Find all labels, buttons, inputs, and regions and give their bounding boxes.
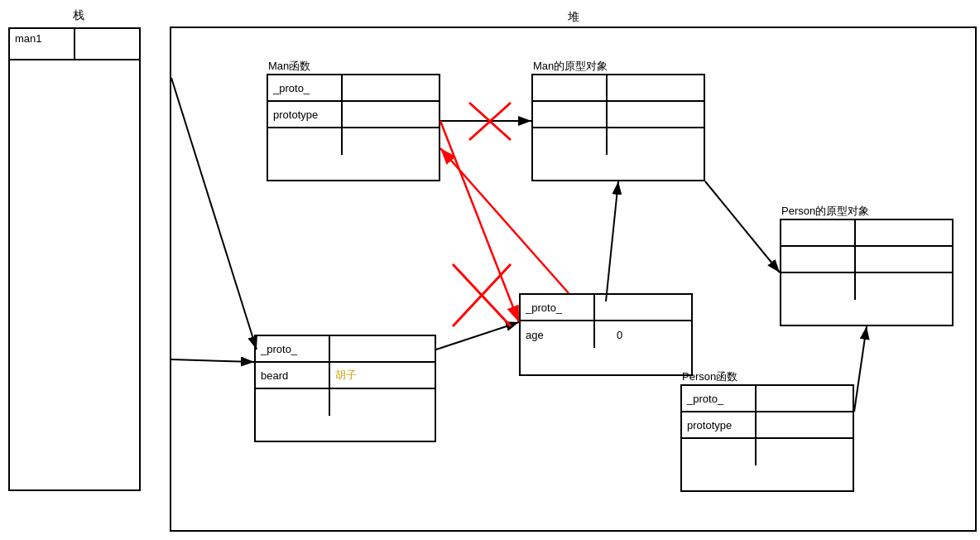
person-function-title: Person函数 <box>682 369 737 384</box>
man-proto-box: Man的原型对象 <box>531 74 705 181</box>
red-cross-1b <box>469 103 511 140</box>
man-proto-row1 <box>533 75 704 102</box>
man-inst-extra-row <box>256 389 435 416</box>
man-function-title: Man函数 <box>268 59 310 74</box>
man-func-prototype-row: prototype <box>268 102 439 128</box>
age-age-row: age 0 <box>521 321 691 348</box>
man-inst-proto-label: _proto_ <box>256 336 330 361</box>
person-func-prototype-label: prototype <box>682 412 757 437</box>
man-inst-beard-label: beard <box>256 363 330 388</box>
person-proto-row3-left <box>781 273 856 300</box>
man-proto-to-person-proto <box>705 181 780 272</box>
man1-diagonal-arrow <box>171 78 257 350</box>
person-proto-row3 <box>781 273 952 300</box>
man-inst-extra-right <box>330 389 421 416</box>
man-func-extra-row <box>268 128 439 155</box>
person-func-proto-value <box>757 386 848 411</box>
man1-to-instance-arrow <box>171 359 254 362</box>
age-age-label: age <box>521 321 595 348</box>
person-function-box: Person函数 _proto_ prototype <box>680 384 854 492</box>
man-func-extra-right <box>343 128 434 155</box>
heap-label: 堆 <box>568 10 579 25</box>
man-func-proto-value <box>343 75 434 100</box>
person-func-proto-row: _proto_ <box>682 386 853 412</box>
person-func-proto-label: _proto_ <box>682 386 757 411</box>
man-inst-beard-value: 胡子 <box>330 363 421 388</box>
person-proto-row2-left <box>781 247 856 272</box>
person-proto-title: Person的原型对象 <box>781 204 869 219</box>
person-proto-box: Person的原型对象 <box>780 219 954 326</box>
person-proto-row2-right <box>856 247 947 272</box>
person-proto-row2 <box>781 247 952 273</box>
man-proto-row2 <box>533 102 704 128</box>
age-proto-to-man-proto <box>606 181 618 301</box>
red-cross-2b <box>453 264 511 326</box>
person-func-extra-right <box>757 439 848 465</box>
stack-ref-cell <box>75 29 139 59</box>
instance-proto-to-age-arrow <box>436 322 519 350</box>
man-prototype-to-age-arrow <box>440 121 519 322</box>
age-age-value: 0 <box>595 321 686 348</box>
person-func-prototype-row: prototype <box>682 412 853 439</box>
age-value-text: 0 <box>617 329 622 341</box>
man-inst-beard-row: beard 胡子 <box>256 363 435 389</box>
person-proto-row1 <box>781 220 952 247</box>
man-inst-proto-value <box>330 336 421 361</box>
red-cross-1a <box>469 103 511 140</box>
man-proto-row1-left <box>533 75 608 100</box>
person-proto-row3-right <box>856 273 947 300</box>
age-proto-row: _proto_ <box>521 295 691 321</box>
person-func-prototype-to-person-proto <box>854 326 867 412</box>
man-instance-box: _proto_ beard 胡子 <box>254 335 436 442</box>
stack-row: man1 <box>10 29 139 60</box>
man-inst-extra-left <box>256 389 330 416</box>
man-func-proto-row: _proto_ <box>268 75 439 102</box>
man-proto-row3-left <box>533 128 608 155</box>
age-proto-label: _proto_ <box>521 295 595 320</box>
age-obj-box: _proto_ age 0 <box>519 293 693 376</box>
man-proto-row2-right <box>608 102 699 127</box>
man-proto-row2-left <box>533 102 608 127</box>
stack-label: 栈 <box>8 8 149 23</box>
person-func-prototype-value <box>757 412 848 437</box>
stack-box: man1 <box>8 27 141 491</box>
man-inst-proto-row: _proto_ <box>256 336 435 363</box>
man-func-prototype-label: prototype <box>268 102 343 127</box>
heap-panel: 堆 Man函数 _proto_ prototype Man的原型对象 <box>170 27 977 532</box>
man-proto-row3 <box>533 128 704 155</box>
age-proto-value <box>595 295 686 320</box>
man-func-extra-left <box>268 128 343 155</box>
stack-panel: 栈 man1 <box>8 8 149 505</box>
man-func-prototype-value <box>343 102 434 127</box>
man-function-box: Man函数 _proto_ prototype <box>267 74 440 181</box>
person-func-extra-left <box>682 439 757 465</box>
man-proto-title: Man的原型对象 <box>533 59 608 74</box>
stack-man1-cell: man1 <box>10 29 75 59</box>
person-proto-row1-right <box>856 220 947 245</box>
red-cross-2a <box>453 264 511 326</box>
person-func-extra-row <box>682 439 853 465</box>
man-proto-row3-right <box>608 128 699 155</box>
man-func-proto-label: _proto_ <box>268 75 343 100</box>
person-proto-row1-left <box>781 220 856 245</box>
man-proto-row1-right <box>608 75 699 100</box>
